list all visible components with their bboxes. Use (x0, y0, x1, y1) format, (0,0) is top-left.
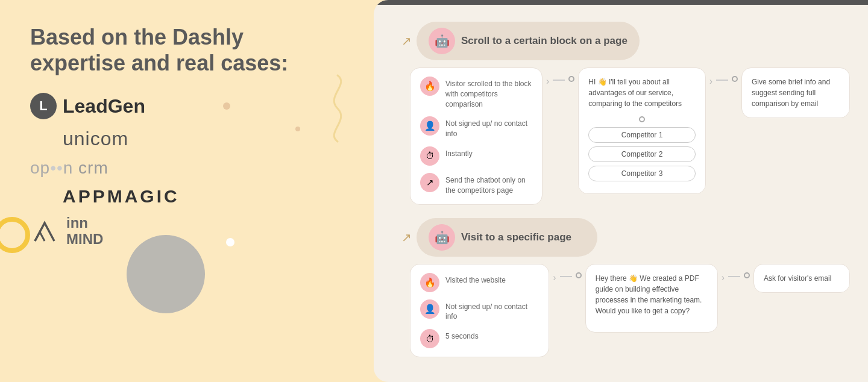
response-card-2: Ask for visitor's email (753, 264, 850, 293)
trigger-arrow-1: ↗ (401, 34, 412, 48)
message-card-1: HI 👋 I'll tell you about all advantages … (578, 67, 705, 194)
fire-icon-1: 🔥 (420, 77, 439, 96)
clock-icon-2: ⏱ (420, 329, 439, 348)
flow-1: ↗ 🤖 Scroll to a certain block on a page … (392, 22, 850, 205)
innmind-icon (30, 217, 59, 246)
trigger-row-2: ↗ 🤖 Visit to a specific page (401, 218, 850, 257)
competitor-btn-1[interactable]: Competitor 1 (588, 127, 695, 143)
trigger-label-1: Scroll to a certain block on a page (461, 35, 627, 47)
trigger-label-2: Visit to a specific page (461, 231, 571, 243)
logo-leadgen: L LeadGen (30, 93, 344, 119)
dot-connector-3 (576, 272, 582, 278)
appmagic-name: APPMAGIC (63, 186, 180, 207)
dot-connector-2 (732, 76, 738, 82)
response-text-2: Ask for visitor's email (764, 273, 840, 284)
flow-2: ↗ 🤖 Visit to a specific page 🔥 Visited t… (392, 218, 850, 358)
right-panel: ↗ 🤖 Scroll to a certain block on a page … (374, 0, 868, 382)
logo-unicom: unicom (63, 128, 344, 150)
cond-text-1-2: Not signed up/ no contact info (445, 116, 532, 139)
arrow-connector-4: › (722, 272, 725, 283)
cond-text-2-3: 5 seconds (445, 329, 479, 342)
opencrm-name: op••n crm (30, 158, 108, 178)
competitor-btn-3[interactable]: Competitor 3 (588, 166, 695, 181)
flow-cards-1: 🔥 Visitor scrolled to the block with com… (410, 67, 850, 205)
condition-card-2: 🔥 Visited the website 👤 Not signed up/ n… (410, 264, 549, 358)
bot-icon-1: 🤖 (429, 28, 455, 54)
cond-item-2-2: 👤 Not signed up/ no contact info (420, 299, 539, 322)
unicom-name: unicom (63, 128, 128, 150)
deco-dot-white (226, 238, 234, 246)
arrow-connector-1: › (546, 76, 549, 87)
message-card-2: Hey there 👋 We created a PDF guide on bu… (585, 264, 718, 333)
user-icon-2: 👤 (420, 299, 439, 319)
cond-item-1-1: 🔥 Visitor scrolled to the block with com… (420, 77, 532, 109)
response-text-1: Give some brief info and suggest sending… (752, 77, 840, 109)
logos-list: L LeadGen unicom op••n crm APPMAGIC innM… (30, 93, 344, 247)
left-panel: Based on the Dashly expertise and real c… (0, 0, 374, 382)
bot-icon-2: 🤖 (429, 224, 455, 251)
deco-dot-3 (295, 127, 300, 131)
line-1 (553, 80, 565, 81)
cond-text-1-4: Send the chatbot only on the competitors… (445, 173, 532, 196)
response-card-1: Give some brief info and suggest sending… (741, 67, 850, 118)
competitor-btn-2[interactable]: Competitor 2 (588, 146, 695, 162)
dot-connector-1 (568, 76, 574, 82)
logo-opencrm: op••n crm (30, 158, 344, 178)
trigger-pill-2: 🤖 Visit to a specific page (417, 218, 597, 257)
cond-item-2-1: 🔥 Visited the website (420, 273, 539, 292)
fire-icon-2: 🔥 (420, 273, 439, 292)
clock-icon-1: ⏱ (420, 146, 439, 166)
arrow-connector-3: › (553, 272, 556, 283)
deco-squiggle (319, 72, 356, 145)
cond-item-1-4: ↗ Send the chatbot only on the competito… (420, 173, 532, 196)
line-4 (728, 276, 740, 277)
trigger-pill-1: 🤖 Scroll to a certain block on a page (417, 22, 640, 60)
arrow-connector-2: › (709, 76, 712, 87)
msg-dot-top (639, 116, 645, 122)
line-2 (716, 80, 728, 81)
cond-text-1-1: Visitor scrolled to the block with compe… (445, 77, 532, 109)
trigger-arrow-2: ↗ (401, 230, 412, 245)
deco-dot-2 (223, 102, 230, 110)
dot-connector-4 (744, 272, 750, 278)
condition-card-1: 🔥 Visitor scrolled to the block with com… (410, 67, 542, 205)
line-3 (560, 276, 572, 277)
leadgen-name: LeadGen (63, 95, 145, 117)
message-text-1: HI 👋 I'll tell you about all advantages … (588, 77, 695, 109)
message-text-2: Hey there 👋 We created a PDF guide on bu… (596, 273, 708, 316)
send-icon-1: ↗ (420, 173, 439, 192)
flow-cards-2: 🔥 Visited the website 👤 Not signed up/ n… (410, 264, 850, 358)
logo-appmagic: APPMAGIC (63, 186, 344, 207)
innmind-name: innMIND (66, 215, 103, 247)
leadgen-icon: L (30, 93, 57, 119)
page-headline: Based on the Dashly expertise and real c… (30, 24, 344, 76)
trigger-row-1: ↗ 🤖 Scroll to a certain block on a page (401, 22, 850, 60)
cond-item-2-3: ⏱ 5 seconds (420, 329, 539, 348)
cond-item-1-2: 👤 Not signed up/ no contact info (420, 116, 532, 139)
deco-circle-yellow (0, 217, 30, 253)
deco-circle-gray (127, 235, 205, 313)
cond-text-2-2: Not signed up/ no contact info (445, 299, 539, 322)
cond-text-1-3: Instantly (445, 146, 473, 159)
user-icon-1: 👤 (420, 116, 439, 136)
cond-item-1-3: ⏱ Instantly (420, 146, 532, 166)
cond-text-2-1: Visited the website (445, 273, 506, 286)
